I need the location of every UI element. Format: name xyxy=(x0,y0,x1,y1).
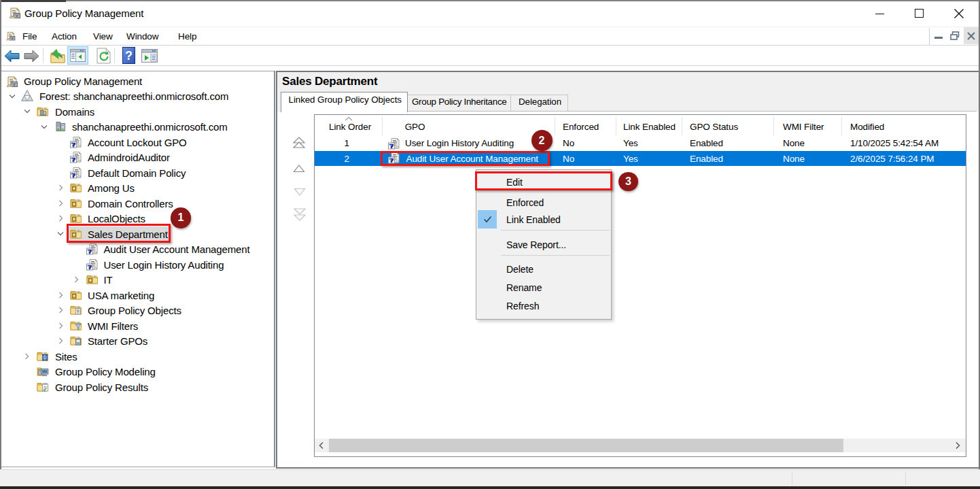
svg-text:?: ? xyxy=(125,49,133,63)
